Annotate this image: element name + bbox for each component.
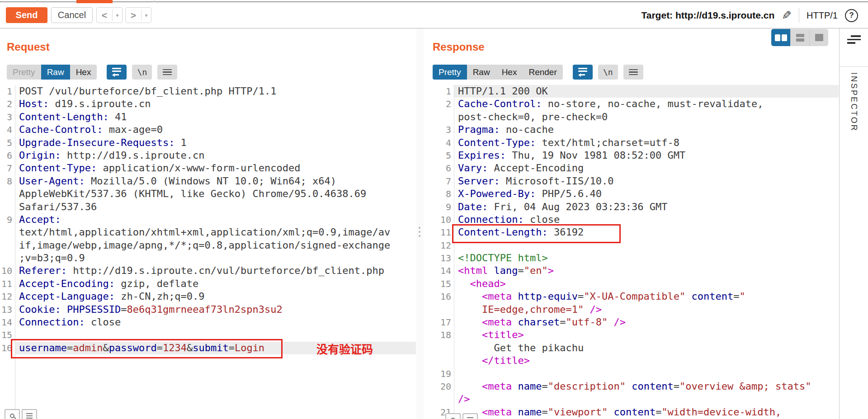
- tab-hex[interactable]: Hex: [70, 65, 97, 80]
- code-segment: User-Agent:: [19, 175, 85, 187]
- code-line[interactable]: Safari/537.36: [0, 201, 416, 213]
- burp-repeater-window: Send Cancel < ▾ > ▾ Target: http://d19.s…: [0, 0, 868, 419]
- code-line[interactable]: 19: [424, 367, 839, 380]
- show-newlines-button[interactable]: \n: [132, 65, 152, 80]
- search-button[interactable]: [5, 409, 20, 419]
- splitter-handle-icon[interactable]: [419, 227, 420, 237]
- code-line[interactable]: 9Date: Fri, 04 Aug 2023 03:23:36 GMT: [424, 201, 839, 213]
- inspector-label[interactable]: INSPECTOR: [849, 72, 859, 132]
- tab-raw[interactable]: Raw: [467, 65, 496, 80]
- tab-pretty[interactable]: Pretty: [433, 65, 467, 80]
- code-line[interactable]: post-check=0, pre-check=0: [424, 111, 839, 123]
- code-line[interactable]: 12Accept-Language: zh-CN,zh;q=0.9: [0, 290, 416, 303]
- code-line[interactable]: 4Cache-Control: max-age=0: [0, 123, 416, 136]
- code-line[interactable]: 8User-Agent: Mozilla/5.0 (Windows NT 10.…: [0, 175, 416, 188]
- code-line[interactable]: 14<html lang="en">: [424, 264, 839, 277]
- chevron-down-icon[interactable]: ▾: [113, 8, 122, 23]
- code-segment: [458, 329, 482, 340]
- code-segment: Pragma:: [458, 124, 500, 135]
- search-button[interactable]: [445, 413, 461, 419]
- code-line[interactable]: 3Content-Length: 41: [0, 111, 416, 123]
- code-line[interactable]: 13Cookie: PHPSESSID=8e6q31gmrneeaf73ln2s…: [0, 303, 416, 316]
- forward-button[interactable]: > ▾: [125, 7, 151, 23]
- word-wrap-button[interactable]: [573, 65, 593, 80]
- code-line[interactable]: 16 <meta http-equiv="X-UA-Compatible" co…: [424, 290, 839, 303]
- back-button[interactable]: < ▾: [96, 7, 123, 23]
- code-line[interactable]: if,image/webp,image/apng,*/*;q=0.8,appli…: [0, 239, 416, 252]
- send-button[interactable]: Send: [6, 7, 47, 23]
- code-line[interactable]: 5Expires: Thu, 19 Nov 1981 08:52:00 GMT: [424, 149, 839, 162]
- code-line[interactable]: text/html,application/xhtml+xml,applicat…: [0, 226, 416, 239]
- code-line[interactable]: 1POST /vul/burteforce/bf_client.php HTTP…: [0, 85, 416, 98]
- code-segment: =: [542, 381, 547, 392]
- code-line[interactable]: 7Content-Type: application/x-www-form-ur…: [0, 162, 416, 174]
- response-editor[interactable]: 1HTTP/1.1 200 OK2Cache-Control: no-store…: [424, 85, 839, 419]
- code-line[interactable]: 17 <meta charset="utf-8" />: [424, 316, 839, 329]
- forward-arrow-icon: >: [126, 8, 141, 23]
- code-line[interactable]: Get the pikachu: [424, 342, 839, 354]
- code-line[interactable]: AppleWebKit/537.36 (KHTML, like Gecko) C…: [0, 188, 416, 200]
- layout-single-button[interactable]: [809, 29, 828, 46]
- code-line[interactable]: 2Cache-Control: no-store, no-cache, must…: [424, 98, 839, 110]
- tab-raw[interactable]: Raw: [41, 65, 70, 80]
- code-line[interactable]: 1HTTP/1.1 200 OK: [424, 85, 839, 98]
- inspector-collapse-button[interactable]: [847, 35, 861, 44]
- word-wrap-icon: [112, 68, 121, 69]
- code-line[interactable]: 11Accept-Encoding: gzip, deflate: [0, 278, 416, 290]
- editor-menu-button[interactable]: [157, 65, 177, 80]
- line-number: 12: [424, 239, 454, 252]
- code-text: Pragma: no-cache: [454, 123, 839, 136]
- search-icon: [10, 414, 14, 418]
- code-segment: Origin:: [19, 150, 61, 161]
- search-options-button[interactable]: [22, 409, 37, 419]
- code-line[interactable]: 8X-Powered-By: PHP/5.6.40: [424, 188, 839, 200]
- help-icon[interactable]: ?: [845, 9, 858, 22]
- cancel-button[interactable]: Cancel: [51, 7, 93, 23]
- code-line[interactable]: 21 <meta name="viewport" content="width=…: [424, 406, 839, 419]
- code-segment: Referer:: [19, 265, 67, 276]
- code-line[interactable]: 7Server: Microsoft-IIS/10.0: [424, 175, 839, 188]
- code-line[interactable]: 13<!DOCTYPE html>: [424, 252, 839, 264]
- code-segment: <meta: [482, 381, 518, 392]
- code-text: AppleWebKit/537.36 (KHTML, like Gecko) C…: [15, 188, 416, 200]
- code-segment: Thu, 19 Nov 1981 08:52:00 GMT: [506, 150, 685, 161]
- word-wrap-button[interactable]: [107, 65, 127, 80]
- code-line[interactable]: 15 <head>: [424, 278, 839, 290]
- code-text: HTTP/1.1 200 OK: [454, 85, 839, 98]
- code-line[interactable]: 10Referer: http://d19.s.iproute.cn/vul/b…: [0, 264, 416, 277]
- show-newlines-button[interactable]: \n: [598, 65, 618, 80]
- code-segment: Microsoft-IIS/10.0: [500, 175, 614, 187]
- code-line[interactable]: 5Upgrade-Insecure-Requests: 1: [0, 137, 416, 149]
- code-line[interactable]: 6Origin: http://d19.s.iproute.cn: [0, 149, 416, 162]
- chevron-down-icon[interactable]: ▾: [142, 8, 151, 23]
- layout-columns-button[interactable]: [771, 29, 790, 46]
- panel-splitter[interactable]: [416, 28, 424, 419]
- code-line[interactable]: 2Host: d19.s.iproute.cn: [0, 98, 416, 110]
- code-text: Date: Fri, 04 Aug 2023 03:23:36 GMT: [454, 201, 839, 213]
- code-line[interactable]: 4Content-Type: text/html;charset=utf-8: [424, 137, 839, 149]
- code-text: post-check=0, pre-check=0: [454, 111, 839, 123]
- code-line[interactable]: 9Accept:: [0, 213, 416, 226]
- code-line[interactable]: 3Pragma: no-cache: [424, 123, 839, 136]
- code-line[interactable]: />: [424, 393, 839, 405]
- tab-render[interactable]: Render: [523, 65, 562, 80]
- code-line[interactable]: 14Connection: close: [0, 316, 416, 329]
- divider: [840, 66, 868, 67]
- code-line[interactable]: 6Vary: Accept-Encoding: [424, 162, 839, 174]
- edit-target-pencil-icon[interactable]: ✎: [782, 9, 792, 23]
- editor-menu-button[interactable]: [623, 65, 643, 80]
- search-options-button[interactable]: [462, 413, 478, 419]
- tab-hex[interactable]: Hex: [496, 65, 523, 80]
- code-line[interactable]: 18 <title>: [424, 329, 839, 341]
- code-line[interactable]: ;v=b3;q=0.9: [0, 252, 416, 264]
- code-text: text/html,application/xhtml+xml,applicat…: [15, 226, 416, 239]
- http-version-label[interactable]: HTTP/1: [807, 10, 838, 21]
- code-text: <head>: [454, 278, 839, 290]
- code-line[interactable]: </title>: [424, 354, 839, 367]
- layout-rows-button[interactable]: [790, 29, 809, 46]
- request-editor[interactable]: 1POST /vul/burteforce/bf_client.php HTTP…: [0, 85, 416, 354]
- code-line[interactable]: IE=edge,chrome=1" />: [424, 303, 839, 316]
- code-line[interactable]: 20 <meta name="description" content="ove…: [424, 380, 839, 393]
- code-segment: </title>: [482, 355, 530, 366]
- word-wrap-icon: [578, 73, 587, 77]
